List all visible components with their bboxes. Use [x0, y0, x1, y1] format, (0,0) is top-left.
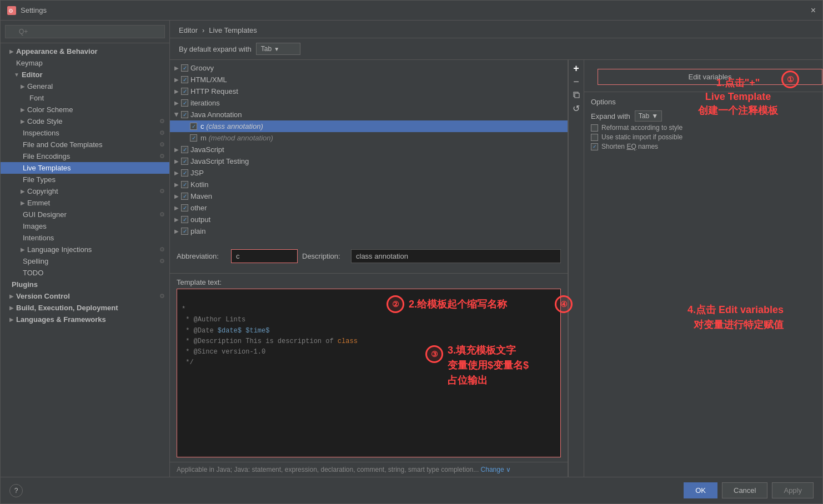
- sidebar-item-font[interactable]: Font: [1, 92, 169, 104]
- sidebar-item-file-code-templates[interactable]: File and Code Templates ⚙: [1, 139, 169, 150]
- group-checkbox-java-annotation[interactable]: [181, 111, 188, 118]
- edit-variables-button[interactable]: Edit variables: [598, 69, 822, 85]
- group-label: JSP: [190, 169, 204, 177]
- group-checkbox-plain[interactable]: [181, 228, 188, 235]
- add-button[interactable]: +: [570, 62, 583, 74]
- template-code-display[interactable]: * * @Author Lints * @Date $date$ $time$ …: [177, 289, 561, 457]
- group-checkbox-groovy[interactable]: [181, 64, 188, 72]
- breadcrumb-sep: ›: [202, 26, 204, 34]
- sidebar-item-inspections[interactable]: Inspections ⚙: [1, 127, 169, 139]
- group-checkbox-http[interactable]: [181, 88, 188, 95]
- expand-with-dropdown[interactable]: Tab ▼: [635, 110, 662, 122]
- reformat-row: Reformat according to style: [591, 124, 816, 132]
- content-area: ▶ Groovy ▶ HTML/XML ▶: [170, 60, 822, 477]
- remove-button[interactable]: −: [570, 75, 583, 88]
- abbreviation-input[interactable]: [231, 249, 298, 263]
- group-checkbox-js[interactable]: [181, 146, 188, 153]
- gear-icon: ⚙: [159, 258, 165, 265]
- expand-dropdown[interactable]: Tab ▼: [256, 43, 300, 55]
- sidebar-item-file-encodings[interactable]: File Encodings ⚙: [1, 150, 169, 162]
- group-label: Maven: [190, 192, 212, 200]
- sidebar-item-emmet[interactable]: ▶ Emmet: [1, 197, 169, 209]
- sidebar-item-color-scheme[interactable]: ▶ Color Scheme: [1, 104, 169, 115]
- arrow-icon: ▶: [21, 118, 25, 124]
- group-label: Groovy: [190, 64, 214, 72]
- group-checkbox-html[interactable]: [181, 76, 188, 83]
- sidebar-item-languages[interactable]: ▶ Languages & Frameworks: [1, 314, 169, 325]
- group-checkbox-kotlin[interactable]: [181, 181, 188, 188]
- arrow-icon: ▶: [21, 200, 25, 206]
- group-jsp[interactable]: ▶ JSP: [170, 167, 568, 179]
- group-checkbox-other[interactable]: [181, 204, 188, 211]
- sidebar-item-label: TODO: [23, 269, 43, 277]
- sidebar-item-language-injections[interactable]: ▶ Language Injections ⚙: [1, 244, 169, 255]
- close-button[interactable]: ×: [811, 6, 816, 16]
- group-checkbox-jsp[interactable]: [181, 169, 188, 177]
- sidebar-item-gui-designer[interactable]: GUI Designer ⚙: [1, 209, 169, 220]
- sidebar-item-label: Inspections: [23, 129, 59, 137]
- search-box: 🔍: [1, 21, 169, 43]
- group-iterations[interactable]: ▶ iterations: [170, 97, 568, 109]
- search-input[interactable]: [5, 25, 165, 38]
- sidebar-item-images[interactable]: Images: [1, 220, 169, 232]
- change-link[interactable]: Change: [481, 466, 504, 473]
- sidebar-item-version-control[interactable]: ▶ Version Control ⚙: [1, 290, 169, 302]
- sidebar-item-build[interactable]: ▶ Build, Execution, Deployment: [1, 302, 169, 314]
- group-other[interactable]: ▶ other: [170, 202, 568, 214]
- sidebar-item-editor[interactable]: ▼ Editor: [1, 69, 169, 80]
- template-checkbox-m[interactable]: [190, 134, 197, 142]
- sidebar-item-spelling[interactable]: Spelling ⚙: [1, 255, 169, 267]
- group-arrow-icon: ▶: [174, 205, 179, 211]
- group-js-testing[interactable]: ▶ JavaScript Testing: [170, 155, 568, 167]
- sidebar-item-live-templates[interactable]: Live Templates: [1, 162, 169, 174]
- sidebar-item-plugins[interactable]: Plugins: [1, 279, 169, 290]
- sidebar-item-label: Code Style: [27, 117, 63, 125]
- sidebar-item-intentions[interactable]: Intentions: [1, 232, 169, 244]
- group-checkbox-maven[interactable]: [181, 193, 188, 200]
- sidebar-item-general[interactable]: ▶ General: [1, 80, 169, 92]
- group-kotlin[interactable]: ▶ Kotlin: [170, 179, 568, 190]
- group-arrow-icon: ▶: [174, 170, 179, 176]
- group-label: HTTP Request: [190, 87, 238, 95]
- group-http-request[interactable]: ▶ HTTP Request: [170, 85, 568, 97]
- reformat-checkbox[interactable]: [591, 124, 598, 132]
- group-java-annotation[interactable]: ▶ Java Annotation: [170, 109, 568, 120]
- template-item-c[interactable]: c (class annotation): [170, 120, 568, 132]
- template-checkbox-c[interactable]: [190, 123, 197, 130]
- sidebar-item-keymap[interactable]: Keymap: [1, 57, 169, 69]
- arrow-icon: ▶: [9, 48, 14, 54]
- apply-button[interactable]: Apply: [772, 482, 814, 498]
- sidebar-item-code-style[interactable]: ▶ Code Style ⚙: [1, 115, 169, 127]
- shorten-eq-checkbox[interactable]: [591, 143, 598, 150]
- reset-button[interactable]: ↺: [570, 102, 583, 114]
- group-checkbox-js-testing[interactable]: [181, 158, 188, 165]
- ok-button[interactable]: OK: [684, 482, 717, 498]
- group-html-xml[interactable]: ▶ HTML/XML: [170, 74, 568, 85]
- sidebar-item-copyright[interactable]: ▶ Copyright ⚙: [1, 185, 169, 197]
- abbreviation-row: Abbreviation: Description:: [177, 249, 561, 263]
- sidebar-item-label: Appearance & Behavior: [16, 47, 98, 56]
- group-output[interactable]: ▶ output: [170, 214, 568, 225]
- group-groovy[interactable]: ▶ Groovy: [170, 62, 568, 74]
- breadcrumb-current: Live Templates: [209, 26, 257, 34]
- static-import-checkbox[interactable]: [591, 134, 598, 141]
- sidebar-item-file-types[interactable]: File Types: [1, 174, 169, 185]
- group-checkbox-output[interactable]: [181, 216, 188, 223]
- sidebar-item-appearance[interactable]: ▶ Appearance & Behavior: [1, 46, 169, 57]
- sidebar-item-label: Editor: [22, 70, 43, 79]
- sidebar-item-label: Images: [23, 222, 47, 230]
- help-button[interactable]: ?: [9, 484, 23, 497]
- settings-window: ⚙ Settings × 🔍 ▶ Appearance & Behavior: [0, 0, 823, 504]
- group-plain[interactable]: ▶ plain: [170, 225, 568, 237]
- sidebar-item-label: Languages & Frameworks: [16, 315, 106, 324]
- static-import-row: Use static import if possible: [591, 133, 816, 141]
- template-item-m[interactable]: m (method annotation): [170, 132, 568, 144]
- group-javascript[interactable]: ▶ JavaScript: [170, 144, 568, 155]
- cancel-button[interactable]: Cancel: [722, 482, 767, 498]
- sidebar-item-todo[interactable]: TODO: [1, 267, 169, 279]
- group-maven[interactable]: ▶ Maven: [170, 190, 568, 202]
- description-input[interactable]: [351, 249, 561, 263]
- group-checkbox-iterations[interactable]: [181, 99, 188, 107]
- bottom-bar: ? OK Cancel Apply: [1, 477, 822, 503]
- copy-button[interactable]: [570, 89, 583, 101]
